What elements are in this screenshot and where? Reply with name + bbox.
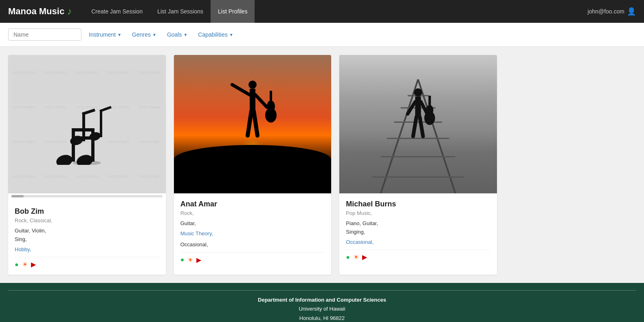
- wm17: Getty Images: [40, 159, 71, 193]
- wm3: Getty Images: [71, 55, 103, 90]
- michael-burns-goals: Occasional,: [346, 238, 490, 247]
- card-scrollbar-area: [11, 195, 163, 197]
- name-search-input[interactable]: [8, 28, 81, 41]
- wm10: Getty Images: [134, 90, 165, 124]
- michael-burns-instruments: Piano, Guitar, Singing,: [346, 219, 490, 237]
- youtube-icon[interactable]: ▶: [362, 253, 367, 261]
- wm14: Getty Images: [103, 124, 134, 159]
- nav-create-jam[interactable]: Create Jam Session: [84, 0, 150, 23]
- footer-university: University of Hawaii: [299, 306, 345, 312]
- bob-zim-instruments: Guitar, Violin, Sing,: [15, 227, 159, 244]
- svg-line-35: [420, 117, 423, 136]
- main-content: Getty Images Getty Images Getty Images G…: [0, 47, 644, 283]
- card-scrollbar-thumb[interactable]: [11, 195, 24, 197]
- anat-amar-body: Anat Amar Rock, Guitar, Music Theory, Oc…: [174, 193, 332, 270]
- instrument-filter[interactable]: Instrument ▼: [86, 30, 125, 39]
- capabilities-filter[interactable]: Capabilities ▼: [195, 30, 236, 39]
- anat-amar-instrument-1: Guitar,: [180, 219, 325, 228]
- anat-amar-genres: Rock,: [180, 210, 325, 216]
- wm18: Getty Images: [71, 159, 103, 193]
- filter-bar: Instrument ▼ Genres ▼ Goals ▼ Capabiliti…: [0, 23, 644, 47]
- brand-name: Manoa Music: [8, 6, 64, 17]
- svg-line-17: [248, 111, 251, 136]
- capabilities-caret-icon: ▼: [229, 33, 233, 37]
- michael-burns-name: Michael Burns: [346, 200, 490, 208]
- bob-zim-goals: Hobby,: [15, 245, 159, 254]
- footer: Department of Information and Computer S…: [0, 283, 644, 322]
- bob-zim-instrument-1: Guitar, Violin,: [15, 227, 159, 235]
- wm2: Getty Images: [40, 55, 71, 90]
- soundcloud-icon[interactable]: ☀: [187, 256, 193, 264]
- instrument-caret-icon: ▼: [117, 33, 121, 37]
- michael-burns-instrument-1: Piano, Guitar,: [346, 219, 490, 228]
- goals-filter-label: Goals: [167, 31, 182, 38]
- wm4: Getty Images: [103, 55, 134, 90]
- wm16: Getty Images: [8, 159, 40, 193]
- nav-list-jam[interactable]: List Jam Sessions: [150, 0, 211, 23]
- spotify-icon[interactable]: ●: [15, 261, 19, 268]
- bob-zim-goal-1: Hobby,: [15, 245, 159, 254]
- watermark-grid: Getty Images Getty Images Getty Images G…: [8, 55, 166, 193]
- anat-amar-instruments: Guitar,: [180, 219, 325, 228]
- anat-amar-image: [174, 55, 332, 193]
- svg-line-16: [255, 95, 267, 107]
- anat-amar-name: Anat Amar: [180, 200, 325, 208]
- wm15: Getty Images: [134, 124, 165, 159]
- nav-links: Create Jam Session List Jam Sessions Lis…: [84, 0, 587, 23]
- goals-caret-icon: ▼: [183, 33, 187, 37]
- bob-zim-social: ● ☀ ▶: [15, 257, 159, 268]
- wm7: Getty Images: [40, 90, 71, 124]
- bob-zim-body: Bob Zim Rock, Classical, Guitar, Violin,…: [8, 201, 166, 275]
- anat-amar-goals: Music Theory,: [180, 230, 325, 238]
- railway-svg: [339, 55, 497, 193]
- soundcloud-icon[interactable]: ☀: [353, 253, 359, 261]
- wm11: Getty Images: [8, 124, 40, 159]
- user-email: john@foo.com: [588, 8, 624, 15]
- bob-zim-genres: Rock, Classical,: [15, 217, 159, 223]
- bob-zim-instrument-2: Sing,: [15, 235, 159, 244]
- soundcloud-icon[interactable]: ☀: [22, 261, 28, 268]
- music-icon: ♪: [67, 6, 72, 17]
- person-silhouette-svg: [228, 79, 277, 152]
- user-menu[interactable]: john@foo.com 👤: [588, 7, 636, 16]
- anat-amar-social: ● ☀ ▶: [180, 252, 325, 264]
- svg-point-30: [414, 88, 422, 96]
- placeholder-image: Getty Images Getty Images Getty Images G…: [8, 55, 166, 193]
- wm1: Getty Images: [8, 55, 40, 90]
- wm6: Getty Images: [8, 90, 40, 124]
- wm19: Getty Images: [103, 159, 134, 193]
- svg-rect-31: [415, 96, 421, 117]
- michael-burns-instrument-2: Singing,: [346, 228, 490, 237]
- nav-list-profiles[interactable]: List Profiles: [211, 0, 255, 23]
- svg-rect-21: [270, 91, 272, 109]
- genres-filter[interactable]: Genres ▼: [129, 30, 160, 39]
- michael-burns-goal-1: Occasional,: [346, 238, 490, 247]
- svg-point-13: [248, 81, 257, 89]
- brand: Manoa Music ♪: [8, 6, 72, 17]
- youtube-icon[interactable]: ▶: [31, 261, 36, 268]
- svg-line-18: [254, 111, 257, 136]
- wm9: Getty Images: [103, 90, 134, 124]
- youtube-icon[interactable]: ▶: [196, 256, 201, 264]
- svg-rect-14: [250, 89, 255, 111]
- genres-caret-icon: ▼: [152, 33, 156, 37]
- sunset-background: [174, 55, 332, 193]
- michael-burns-social: ● ☀ ▶: [346, 250, 490, 261]
- profile-card-michael-burns: Michael Burns Pop Music, Piano, Guitar, …: [339, 55, 497, 275]
- wm8: Getty Images: [71, 90, 103, 124]
- bob-zim-name: Bob Zim: [15, 207, 159, 216]
- wm5: Getty Images: [134, 55, 165, 90]
- spotify-icon[interactable]: ●: [180, 256, 185, 263]
- instrument-filter-label: Instrument: [89, 31, 116, 38]
- svg-line-15: [232, 85, 250, 95]
- michael-burns-body: Michael Burns Pop Music, Piano, Guitar, …: [339, 193, 497, 267]
- goals-filter[interactable]: Goals ▼: [164, 30, 191, 39]
- michael-burns-genres: Pop Music,: [346, 210, 490, 216]
- footer-dept: Department of Information and Computer S…: [258, 297, 386, 303]
- wm13: Getty Images: [71, 124, 103, 159]
- profile-card-anat-amar: Anat Amar Rock, Guitar, Music Theory, Oc…: [174, 55, 332, 275]
- anat-amar-goal-1: Music Theory,: [180, 230, 325, 238]
- wm12: Getty Images: [40, 124, 71, 159]
- spotify-icon[interactable]: ●: [346, 254, 350, 261]
- svg-rect-38: [429, 96, 431, 111]
